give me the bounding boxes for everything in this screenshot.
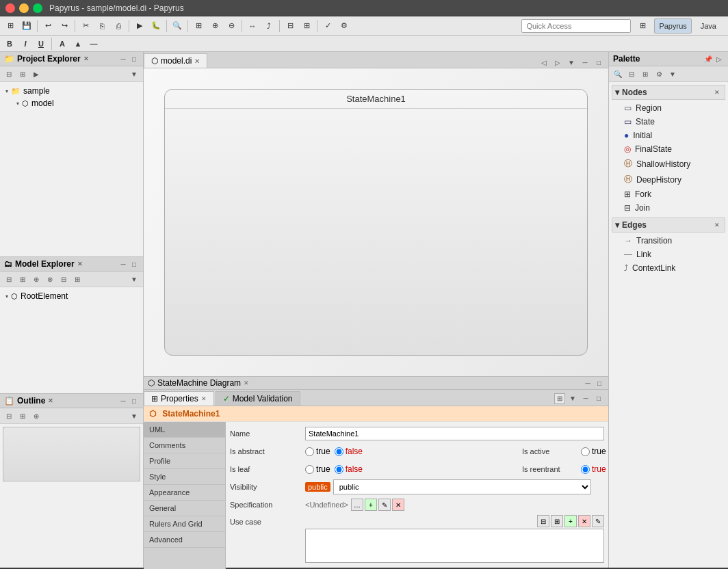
props-sidebar-profile[interactable]: Profile bbox=[144, 453, 225, 469]
toolbar-btn-zoom-out[interactable]: ⊖ bbox=[224, 18, 239, 34]
palette-edges-header[interactable]: ▾ Edges ✕ bbox=[612, 217, 725, 233]
toolbar-btn-redo[interactable]: ↪ bbox=[57, 18, 72, 34]
props-uc-btn5[interactable]: ✎ bbox=[592, 515, 604, 527]
palette-item-region[interactable]: ▭ Region bbox=[612, 101, 725, 115]
props-spec-btn-dots[interactable]: … bbox=[351, 499, 363, 511]
props-name-input[interactable] bbox=[305, 427, 604, 440]
editor-tabs-dropdown[interactable]: ▼ bbox=[566, 57, 577, 68]
props-minimize[interactable]: ─ bbox=[580, 393, 591, 404]
toolbar-btn-debug[interactable]: 🐛 bbox=[148, 18, 164, 34]
me-btn5[interactable]: ⊟ bbox=[57, 273, 70, 285]
palette-item-deephistory[interactable]: Ⓗ DeepHistory bbox=[612, 172, 725, 187]
me-btn3[interactable]: ⊕ bbox=[30, 273, 42, 285]
me-btn4[interactable]: ⊗ bbox=[44, 273, 56, 285]
me-btn2[interactable]: ⊞ bbox=[16, 273, 29, 285]
underline-button[interactable]: U bbox=[34, 38, 48, 50]
font-color-btn[interactable]: A bbox=[55, 38, 69, 50]
sm-diagram-maximize[interactable]: □ bbox=[595, 378, 604, 388]
toolbar-btn-generate[interactable]: ⚙ bbox=[337, 18, 352, 34]
props-uc-btn4[interactable]: ✕ bbox=[578, 515, 590, 527]
italic-button[interactable]: I bbox=[18, 38, 32, 50]
editor-tabs-scroll-right[interactable]: ▷ bbox=[552, 57, 563, 68]
palette-item-contextlink[interactable]: ⤴ ContextLink bbox=[612, 261, 725, 275]
toolbar-btn-paste[interactable]: ⎙ bbox=[111, 18, 126, 34]
pe-menu-btn[interactable]: ▼ bbox=[128, 68, 140, 80]
project-explorer-minimize[interactable]: ─ bbox=[118, 54, 128, 64]
model-explorer-minimize[interactable]: ─ bbox=[118, 259, 128, 269]
props-spec-btn-add[interactable]: + bbox=[365, 499, 377, 511]
props-sidebar-comments[interactable]: Comments bbox=[144, 438, 225, 453]
editor-minimize-btn[interactable]: ─ bbox=[580, 57, 590, 68]
toolbar-btn-validate[interactable]: ✓ bbox=[320, 18, 335, 34]
line-btn[interactable]: — bbox=[87, 38, 101, 50]
close-button[interactable] bbox=[5, 3, 15, 13]
props-leaf-false[interactable] bbox=[335, 465, 343, 474]
outline-maximize[interactable]: □ bbox=[129, 396, 139, 406]
toolbar-btn-distribute[interactable]: ⊞ bbox=[299, 18, 314, 34]
outline-btn2[interactable]: ⊞ bbox=[16, 410, 29, 422]
toolbar-btn-undo[interactable]: ↩ bbox=[40, 18, 55, 34]
palette-btn4[interactable]: ▼ bbox=[666, 68, 679, 80]
properties-tab-close[interactable]: ✕ bbox=[201, 395, 207, 402]
maximize-button[interactable] bbox=[33, 3, 42, 13]
props-abstract-true[interactable] bbox=[305, 447, 314, 456]
sm-diagram-minimize[interactable]: ─ bbox=[583, 378, 593, 388]
tree-item-model[interactable]: ▾ ⬡ model bbox=[3, 97, 140, 109]
toolbar-btn-new[interactable]: ⊞ bbox=[3, 18, 18, 34]
props-uc-btn2[interactable]: ⊞ bbox=[551, 515, 563, 527]
toolbar-btn-layout[interactable]: ⊞ bbox=[191, 18, 206, 34]
props-export-btn[interactable]: ⊞ bbox=[554, 393, 565, 404]
me-menu-btn[interactable]: ▼ bbox=[128, 273, 140, 285]
diagram-canvas[interactable]: StateMachine1 bbox=[144, 68, 608, 376]
palette-search-btn[interactable]: 🔍 bbox=[612, 68, 624, 80]
model-validation-tab[interactable]: ✓ Model Validation bbox=[216, 391, 300, 406]
palette-item-join[interactable]: ⊟ Join bbox=[612, 201, 725, 215]
props-maximize[interactable]: □ bbox=[593, 393, 604, 404]
palette-btn2[interactable]: ⊞ bbox=[639, 68, 651, 80]
editor-tab-close[interactable]: ✕ bbox=[194, 57, 200, 65]
props-visibility-select[interactable]: public private protected package bbox=[333, 479, 591, 494]
pe-link-btn[interactable]: ⊞ bbox=[16, 68, 29, 80]
toolbar-btn-zoom-in[interactable]: ⊕ bbox=[207, 18, 222, 34]
props-sidebar-uml[interactable]: UML bbox=[144, 422, 225, 438]
props-sidebar-style[interactable]: Style bbox=[144, 469, 225, 485]
toolbar-btn-run[interactable]: ▶ bbox=[132, 18, 147, 34]
palette-item-finalstate[interactable]: ◎ FinalState bbox=[612, 142, 725, 156]
props-abstract-false[interactable] bbox=[335, 447, 343, 456]
palette-item-shallowhistory[interactable]: Ⓗ ShallowHistory bbox=[612, 156, 725, 172]
quick-access-input[interactable] bbox=[521, 19, 631, 33]
props-sidebar-advanced[interactable]: Advanced bbox=[144, 532, 225, 548]
outline-btn3[interactable]: ⊕ bbox=[30, 410, 42, 422]
palette-btn3[interactable]: ⚙ bbox=[653, 68, 665, 80]
palette-item-transition[interactable]: → Transition bbox=[612, 234, 725, 248]
papyrus-perspective-tab[interactable]: Papyrus bbox=[654, 18, 691, 34]
pe-collapse-btn[interactable]: ⊟ bbox=[3, 68, 15, 80]
me-btn1[interactable]: ⊟ bbox=[3, 273, 15, 285]
palette-item-link[interactable]: — Link bbox=[612, 248, 725, 261]
editor-maximize-btn[interactable]: □ bbox=[593, 57, 604, 68]
palette-item-initial[interactable]: ● Initial bbox=[612, 129, 725, 142]
editor-tabs-scroll-left[interactable]: ◁ bbox=[538, 57, 549, 68]
props-sidebar-rulers[interactable]: Rulers And Grid bbox=[144, 516, 225, 532]
toolbar-btn-connect[interactable]: ↔ bbox=[245, 18, 260, 34]
palette-expand-btn[interactable]: ▷ bbox=[714, 54, 724, 64]
minimize-button[interactable] bbox=[19, 3, 29, 13]
palette-item-state[interactable]: ▭ State bbox=[612, 115, 725, 129]
toolbar-btn-save[interactable]: 💾 bbox=[19, 18, 34, 34]
palette-nodes-collapse[interactable]: ✕ bbox=[712, 88, 722, 97]
toolbar-btn-copy[interactable]: ⎘ bbox=[94, 18, 109, 34]
props-sidebar-general[interactable]: General bbox=[144, 501, 225, 516]
sm-diagram-close[interactable]: ✕ bbox=[244, 380, 249, 386]
tree-item-sample[interactable]: ▾ 📁 sample bbox=[3, 85, 140, 97]
toolbar-btn-cut[interactable]: ✂ bbox=[78, 18, 93, 34]
model-explorer-maximize[interactable]: □ bbox=[129, 259, 139, 269]
outline-btn1[interactable]: ⊟ bbox=[3, 410, 15, 422]
project-explorer-maximize[interactable]: □ bbox=[129, 54, 139, 64]
props-sidebar-appearance[interactable]: Appearance bbox=[144, 485, 225, 501]
toolbar-btn-search[interactable]: 🔍 bbox=[170, 18, 185, 34]
props-active-true[interactable] bbox=[581, 447, 590, 456]
props-reentrant-true[interactable] bbox=[581, 465, 590, 474]
toolbar-btn-route[interactable]: ⤴ bbox=[261, 18, 276, 34]
outline-menu-btn[interactable]: ▼ bbox=[128, 410, 140, 422]
palette-btn1[interactable]: ⊟ bbox=[625, 68, 638, 80]
